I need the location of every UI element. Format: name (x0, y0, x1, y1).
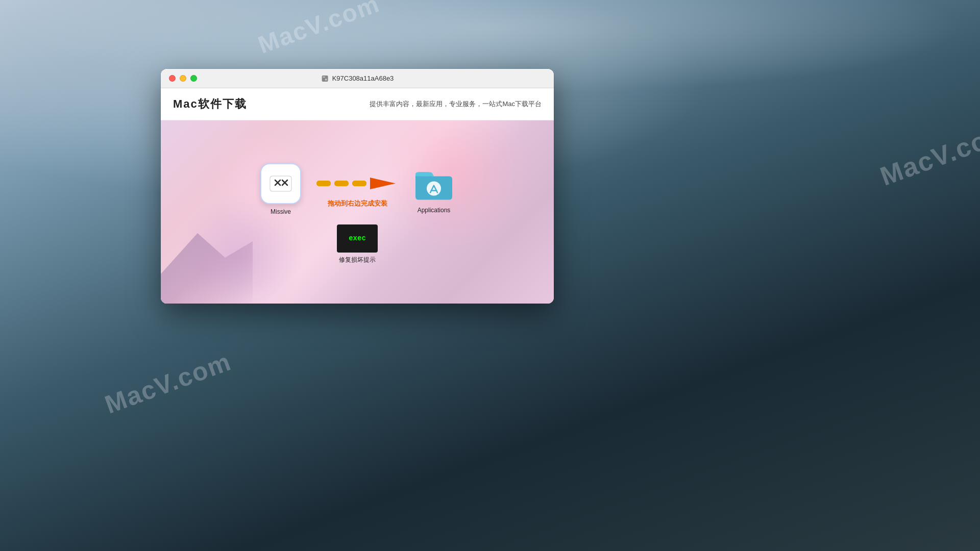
svg-rect-9 (334, 181, 349, 186)
applications-folder-icon (413, 164, 454, 203)
missive-icon (260, 163, 301, 204)
svg-point-2 (325, 79, 327, 81)
finder-window: K97C308a11aA68e3 Mac软件下载 提供丰富内容，最新应用，专业服… (161, 69, 554, 304)
exec-terminal-icon: exec (337, 224, 378, 253)
close-button[interactable] (169, 75, 176, 82)
window-header: Mac软件下载 提供丰富内容，最新应用，专业服务，一站式Mac下载平台 (161, 88, 554, 120)
app-icon-container[interactable]: Missive (260, 163, 301, 215)
disk-icon (321, 74, 329, 83)
svg-rect-3 (270, 176, 291, 191)
svg-marker-11 (370, 178, 396, 189)
dmg-content-area: Missive 拖动到右边完成安装 (161, 120, 554, 304)
install-row: Missive 拖动到右边完成安装 (260, 163, 454, 215)
exec-label: 修复损坏提示 (339, 256, 376, 264)
svg-rect-1 (323, 77, 325, 78)
svg-rect-10 (352, 181, 366, 186)
svg-rect-8 (316, 181, 331, 186)
app-name-label: Missive (271, 208, 291, 215)
site-subtitle: 提供丰富内容，最新应用，专业服务，一站式Mac下载平台 (370, 99, 542, 109)
svg-point-12 (427, 182, 441, 196)
drag-instruction-label: 拖动到右边完成安装 (328, 199, 387, 208)
applications-folder-container[interactable]: Applications (413, 164, 454, 214)
svg-rect-0 (322, 76, 328, 82)
exec-container[interactable]: exec 修复损坏提示 (337, 224, 378, 264)
maximize-button[interactable] (190, 75, 197, 82)
arrow-container: 拖动到右边完成安装 (316, 170, 398, 208)
install-arrow (316, 170, 398, 196)
site-title: Mac软件下载 (173, 96, 247, 112)
applications-label: Applications (418, 207, 451, 214)
window-title: K97C308a11aA68e3 (321, 74, 394, 83)
minimize-button[interactable] (180, 75, 186, 82)
title-bar: K97C308a11aA68e3 (161, 69, 554, 88)
traffic-lights (169, 75, 197, 82)
missive-svg (268, 171, 293, 196)
